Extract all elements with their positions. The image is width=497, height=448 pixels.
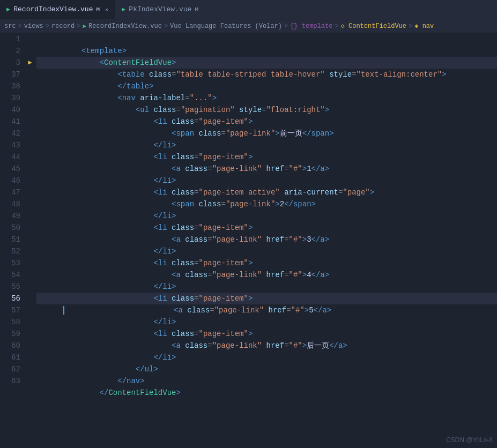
- ln-44: 44: [0, 151, 26, 163]
- attr-a56-class: class: [187, 306, 210, 315]
- ln-38: 38: [0, 80, 26, 92]
- punct-eq3: =: [185, 94, 189, 102]
- bc-nav: ◈ nav: [414, 22, 434, 30]
- code-area[interactable]: <template> <ContentFieldVue> <table clas…: [34, 33, 497, 448]
- val-li49: "page-item": [198, 223, 248, 232]
- ln-55: 55: [0, 281, 26, 293]
- tag-li46: <li: [63, 188, 172, 197]
- ln-40: 40: [0, 104, 26, 116]
- val-li46-aria: "page": [343, 188, 369, 197]
- bc-sep7: >: [409, 23, 412, 30]
- tag-a44-gt: >: [302, 165, 307, 173]
- ln-42: 42: [0, 128, 26, 139]
- val-style: "text-align:center": [357, 70, 442, 79]
- tag-contentfield-open: <: [63, 58, 104, 67]
- punct-a59-eq: =: [284, 341, 288, 350]
- vue-icon-pk: ▶: [122, 5, 125, 13]
- tag-li52-gt: >: [248, 259, 253, 267]
- arrow-52: [26, 245, 34, 257]
- bc-sep2: >: [46, 23, 49, 30]
- ln-3: 3: [0, 57, 26, 69]
- ln-1: 1: [0, 33, 26, 45]
- editor: 1 2 3 37 38 39 40 41 42 43 44 45 46 47 4…: [0, 33, 497, 448]
- attr-a59-href: href: [266, 341, 285, 350]
- attr-class: class: [149, 70, 172, 79]
- tag-nav-open: <nav: [63, 94, 140, 102]
- arrow-48: [26, 198, 34, 210]
- ln-2: 2: [0, 45, 26, 57]
- code-line-1: <template>: [36, 33, 497, 45]
- arrow-59: [26, 328, 34, 340]
- tag-li55-gt: >: [248, 294, 253, 303]
- attr-ul-style: style: [239, 106, 262, 114]
- arrow-60: [26, 340, 34, 352]
- tag-li52: <li: [63, 259, 172, 267]
- watermark: CSDN @YoLo-8: [446, 436, 493, 444]
- tag-span41-gt: >: [275, 129, 279, 138]
- text-1: 1: [307, 165, 311, 173]
- text-5: 5: [309, 306, 313, 315]
- tag-li51-close: </li>: [63, 247, 176, 256]
- tag-li58-gt: >: [248, 330, 253, 338]
- ln-41: 41: [0, 116, 26, 128]
- punct-a56-eq: =: [286, 306, 291, 315]
- indent-bar-56: [63, 306, 174, 315]
- arrow-42: [26, 128, 34, 139]
- tag-ul-close: </ul>: [63, 365, 158, 374]
- attr-ul-class: class: [153, 106, 176, 114]
- tag-span47-gt: >: [275, 200, 279, 208]
- attr-a53-class: class: [185, 271, 207, 279]
- tag-a53: <a: [63, 271, 185, 279]
- tag-a50-gt: >: [302, 235, 307, 244]
- tab-pk[interactable]: ▶ PkIndexView.vue M: [115, 0, 205, 19]
- ln-56: 56: [0, 293, 26, 304]
- tab-record-close[interactable]: ✕: [105, 6, 108, 13]
- tag-template-open: <template>: [63, 47, 127, 55]
- attr-a50-href: href: [266, 235, 285, 244]
- ln-58: 58: [0, 316, 26, 328]
- punct-span47: =: [221, 200, 225, 208]
- ln-62: 62: [0, 363, 26, 375]
- attr-a44-href: href: [266, 165, 285, 173]
- tag-cf-close: >: [172, 58, 176, 67]
- text-prev: 前一页: [280, 129, 302, 138]
- punct-a44-eq: =: [284, 165, 288, 173]
- bc-sep3: >: [77, 23, 80, 30]
- ln-47: 47: [0, 186, 26, 198]
- tag-gt3: >: [442, 70, 446, 79]
- bc-sep6: >: [335, 23, 338, 30]
- ln-49: 49: [0, 210, 26, 222]
- tab-record[interactable]: ▶ RecordIndexView.vue M ✕: [0, 0, 115, 19]
- tag-li48-close: </li>: [63, 212, 176, 220]
- ln-48: 48: [0, 198, 26, 210]
- punct-span41: =: [221, 129, 226, 138]
- arrow-39: [26, 92, 34, 104]
- bc-sep5: >: [284, 23, 288, 30]
- ln-37: 37: [0, 69, 26, 80]
- arrow-56: [26, 293, 34, 304]
- bc-record: record: [51, 23, 75, 30]
- bc-template: {} template: [290, 23, 332, 30]
- val-a59-class: "page-link": [212, 341, 262, 350]
- tag-li40-gt: >: [248, 117, 253, 126]
- tab-record-modified: M: [96, 6, 100, 13]
- tab-bar: ▶ RecordIndexView.vue M ✕ ▶ PkIndexView.…: [0, 0, 497, 19]
- ln-57: 57: [0, 304, 26, 316]
- tag-li54-close: </li>: [63, 282, 176, 291]
- punct-a56: =: [210, 306, 214, 315]
- val-a59-href: "#": [289, 341, 302, 350]
- arrow-2: [26, 45, 34, 57]
- arrow-58: [26, 316, 34, 328]
- val-a50-href: "#": [289, 235, 302, 244]
- tag-nav-close: </nav>: [63, 377, 144, 385]
- tag-a59-sp: [262, 341, 266, 350]
- tag-li60-close: </li>: [63, 353, 176, 362]
- tag-a44-close: </a>: [311, 165, 330, 173]
- tag-li58: <li: [63, 330, 172, 338]
- tag-li42-close: </li>: [63, 141, 176, 150]
- ln-63: 63: [0, 375, 26, 387]
- tag-ul-open: <ul: [63, 106, 153, 114]
- bc-src: src: [4, 23, 16, 30]
- val-a44-href: "#": [289, 165, 302, 173]
- val-li46-class: "page-item active": [198, 188, 279, 197]
